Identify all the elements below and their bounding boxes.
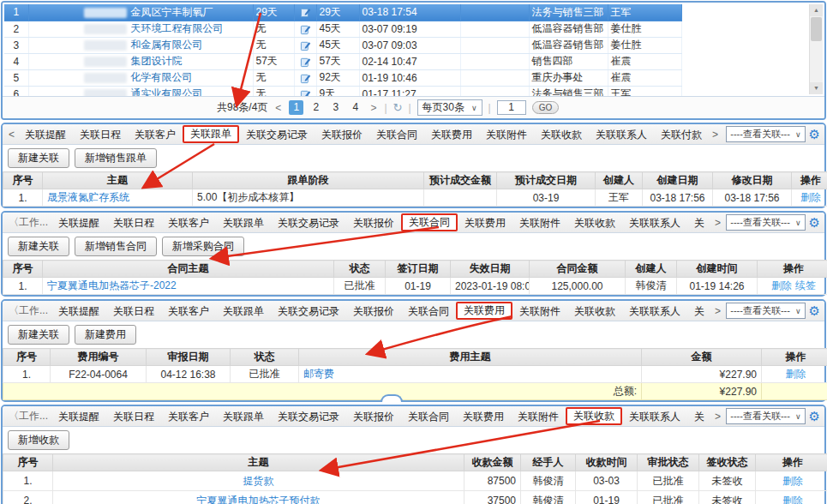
page-number-button[interactable]: 3 bbox=[328, 100, 343, 115]
company-link[interactable]: 通实业有限公司 bbox=[131, 87, 203, 96]
related-tab[interactable]: 关联交易记录 bbox=[271, 303, 346, 320]
related-tab[interactable]: 关联收款 bbox=[567, 303, 622, 320]
tabs-scroll-right[interactable]: > bbox=[711, 305, 724, 317]
related-tab[interactable]: 关联报价 bbox=[346, 408, 401, 425]
contract-subject-link[interactable]: 宁夏翼通电加热器芯子-2022 bbox=[47, 279, 177, 291]
related-tab[interactable]: 关联附件 bbox=[511, 408, 566, 425]
new-sales-contract-button[interactable]: 新增销售合同 bbox=[75, 237, 157, 256]
related-tab[interactable]: 关联提醒 bbox=[51, 303, 106, 320]
related-tab[interactable]: 关联合同 bbox=[401, 303, 456, 320]
tabs-scroll-right[interactable]: > bbox=[709, 129, 722, 141]
prev-page-button[interactable]: < bbox=[273, 102, 283, 114]
related-tab[interactable]: 关联付款 bbox=[654, 126, 709, 143]
settings-gear-icon[interactable]: ⚙ bbox=[809, 127, 820, 142]
scrollbar-thumb[interactable] bbox=[811, 17, 822, 41]
page-jump-input[interactable]: 1 bbox=[497, 100, 526, 115]
edit-note-icon[interactable] bbox=[300, 39, 311, 51]
related-tab[interactable]: 关联费用 bbox=[458, 214, 512, 231]
related-tab[interactable]: 关联附件 bbox=[512, 214, 567, 231]
view-related-dropdown[interactable]: ----查看关联---∨ bbox=[726, 408, 805, 424]
related-tab[interactable]: 关联交易记录 bbox=[271, 408, 346, 425]
company-link[interactable]: 化学有限公司 bbox=[131, 71, 193, 83]
vertical-scrollbar[interactable]: ▲ ▼ bbox=[809, 4, 823, 94]
company-link[interactable]: 天环境工程有限公司 bbox=[131, 22, 224, 34]
related-tab[interactable]: 关联交易记录 bbox=[239, 126, 315, 143]
related-tab[interactable]: 关联报价 bbox=[346, 303, 401, 320]
related-tab[interactable]: 关联日程 bbox=[106, 408, 161, 425]
related-tab[interactable]: 关联合同 bbox=[369, 126, 424, 143]
related-tab[interactable]: 关联收款 bbox=[566, 407, 622, 425]
related-tab[interactable]: 关联联系人 bbox=[622, 214, 687, 231]
related-tab[interactable]: 关联跟单 bbox=[216, 408, 271, 425]
tabs-scroll-left[interactable]: 〈工作... bbox=[5, 409, 51, 423]
settings-gear-icon[interactable]: ⚙ bbox=[809, 303, 820, 319]
tabs-scroll-right[interactable]: > bbox=[711, 411, 724, 423]
related-tab[interactable]: 关联日程 bbox=[106, 214, 161, 231]
related-tab[interactable]: 关联费用 bbox=[456, 408, 511, 425]
delete-link[interactable]: 删除 bbox=[782, 495, 803, 504]
next-page-button[interactable]: > bbox=[369, 102, 378, 114]
related-tab[interactable]: 关联跟单 bbox=[216, 214, 271, 231]
related-tab[interactable]: 关联报价 bbox=[346, 214, 401, 231]
payment-subject-link[interactable]: 宁夏翼通电加热芯子预付款 bbox=[197, 495, 321, 504]
edit-note-icon[interactable] bbox=[300, 87, 311, 96]
related-tab[interactable]: 关联客户 bbox=[128, 126, 183, 143]
go-button[interactable]: GO bbox=[532, 101, 560, 114]
view-related-dropdown[interactable]: ----查看关联---∨ bbox=[726, 303, 805, 319]
tabs-scroll-left[interactable]: < bbox=[5, 129, 18, 141]
related-tab[interactable]: 关联联系人 bbox=[622, 408, 687, 425]
related-tab[interactable]: 关联客户 bbox=[161, 303, 216, 320]
customer-row[interactable]: 4 集团设计院 57天 57天 02-14 10:47 销售四部 崔震 bbox=[4, 53, 681, 69]
customer-row[interactable]: 5 化学有限公司 无 92天 01-19 10:46 重庆办事处 崔震 bbox=[4, 69, 681, 86]
related-tab[interactable]: 关 bbox=[687, 303, 711, 320]
company-link[interactable]: 金凤区宁丰制氧厂 bbox=[131, 6, 213, 18]
new-sales-followup-button[interactable]: 新增销售跟单 bbox=[75, 148, 157, 168]
delete-link[interactable]: 删除 bbox=[786, 368, 806, 380]
followup-subject-link[interactable]: 晟景液氮贮存系统 bbox=[47, 191, 129, 203]
edit-note-icon[interactable] bbox=[300, 22, 311, 34]
delete-link[interactable]: 删除 bbox=[782, 475, 803, 487]
page-number-button[interactable]: 1 bbox=[289, 100, 303, 115]
related-tab[interactable]: 关联交易记录 bbox=[271, 214, 346, 231]
related-tab[interactable]: 关联附件 bbox=[512, 303, 567, 320]
related-tab[interactable]: 关联联系人 bbox=[589, 126, 654, 143]
new-relation-button[interactable]: 新建关联 bbox=[8, 325, 69, 345]
related-tab[interactable]: 关联跟单 bbox=[216, 303, 271, 320]
related-tab[interactable]: 关 bbox=[687, 408, 711, 425]
edit-note-icon[interactable] bbox=[300, 6, 311, 18]
tabs-scroll-left[interactable]: 〈工作... bbox=[5, 215, 51, 230]
related-tab[interactable]: 关联联系人 bbox=[622, 303, 687, 320]
customer-row[interactable]: 3 和金属有限公司 无 45天 03-07 09:03 低温容器销售部 姜仕胜 bbox=[4, 37, 681, 53]
related-tab[interactable]: 关联附件 bbox=[479, 126, 534, 143]
edit-note-icon[interactable] bbox=[300, 55, 311, 67]
related-tab[interactable]: 关联提醒 bbox=[18, 126, 73, 143]
related-tab[interactable]: 关联合同 bbox=[401, 213, 458, 231]
new-payment-button[interactable]: 新增收款 bbox=[8, 430, 69, 450]
customer-row[interactable]: 2 天环境工程有限公司 无 45天 03-07 09:19 低温容器销售部 姜仕… bbox=[4, 21, 681, 37]
tabs-scroll-right[interactable]: > bbox=[711, 217, 724, 229]
delete-link[interactable]: 删除 bbox=[800, 191, 821, 203]
page-size-select[interactable]: 每页30条∨ bbox=[417, 99, 482, 116]
related-tab[interactable]: 关联收款 bbox=[534, 126, 589, 143]
edit-note-icon[interactable] bbox=[300, 71, 311, 83]
page-number-button[interactable]: 4 bbox=[348, 100, 363, 115]
related-tab[interactable]: 关 bbox=[687, 214, 711, 231]
related-tab[interactable]: 关联提醒 bbox=[51, 408, 106, 425]
related-tab[interactable]: 关联提醒 bbox=[51, 214, 106, 231]
related-tab[interactable]: 关联客户 bbox=[161, 408, 216, 425]
settings-gear-icon[interactable]: ⚙ bbox=[809, 409, 820, 424]
scroll-down-arrow[interactable]: ▼ bbox=[810, 82, 823, 94]
expense-subject-link[interactable]: 邮寄费 bbox=[303, 368, 334, 380]
related-tab[interactable]: 关联合同 bbox=[401, 408, 456, 425]
page-number-button[interactable]: 2 bbox=[309, 100, 323, 115]
related-tab[interactable]: 关联跟单 bbox=[183, 125, 239, 143]
new-relation-button[interactable]: 新建关联 bbox=[8, 237, 69, 256]
view-related-dropdown[interactable]: ----查看关联---∨ bbox=[726, 126, 805, 142]
view-related-dropdown[interactable]: ----查看关联---∨ bbox=[726, 214, 805, 231]
tabs-scroll-left[interactable]: 〈工作... bbox=[5, 303, 51, 318]
related-tab[interactable]: 关联客户 bbox=[161, 214, 216, 231]
refresh-icon[interactable]: ↻ bbox=[393, 101, 403, 114]
customer-row[interactable]: 1 金凤区宁丰制氧厂 29天 29天 03-18 17:54 法务与销售三部 王… bbox=[4, 4, 681, 21]
related-tab[interactable]: 关联费用 bbox=[424, 126, 479, 143]
scroll-up-arrow[interactable]: ▲ bbox=[810, 4, 823, 16]
